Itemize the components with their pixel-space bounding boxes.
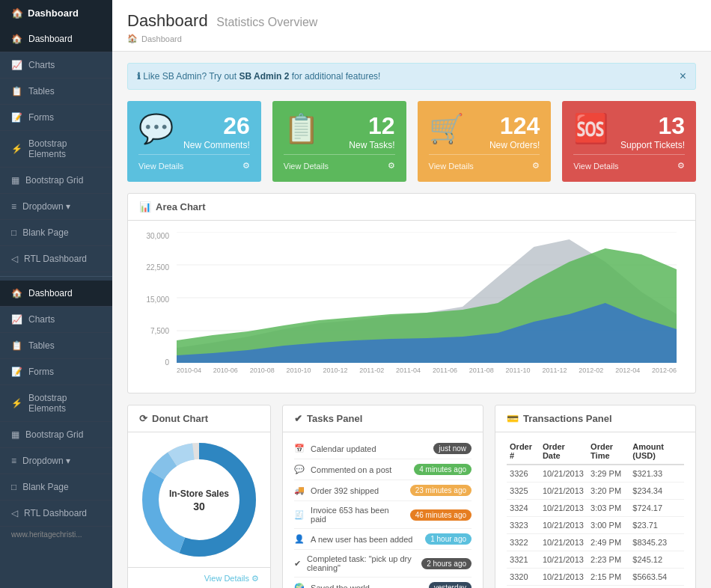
sidebar-item-dashboard[interactable]: 🏠 Dashboard [0, 26, 112, 52]
cell-amount: $724.17 [629, 500, 684, 517]
stat-cards: 💬 26 New Comments! View Details ⚙ 📋 12 [127, 101, 696, 182]
table-row: 3320 10/21/2013 2:15 PM $5663.54 [507, 569, 684, 586]
brand-label: Dashboard [28, 7, 79, 19]
breadcrumb-label: Dashboard [141, 34, 182, 43]
task-item: 💬 Commented on a post 4 minutes ago [294, 459, 472, 480]
transactions-icon: 💳 [507, 413, 519, 424]
sidebar-divider [0, 276, 112, 277]
sidebar-label: Forms [28, 112, 54, 123]
sidebar-item-dropdown2[interactable]: ≡ Dropdown ▾ [0, 448, 112, 474]
sidebar-item-rtl2[interactable]: ◁ RTL Dashboard [0, 500, 112, 527]
stat-card-tasks: 📋 12 New Tasks! View Details ⚙ [272, 101, 406, 182]
cell-order: 3321 [507, 551, 540, 569]
task-text: Completed task: "pick up dry cleaning" [307, 554, 415, 572]
sidebar-item-bootstrap-grid[interactable]: ▦ Bootstrap Grid [0, 168, 112, 194]
task-badge: 23 minutes ago [410, 485, 472, 496]
area-chart-body: 30,000 22,500 15,000 7,500 0 [128, 221, 695, 393]
sidebar-item-charts[interactable]: 📈 Charts [0, 52, 112, 79]
alert-link[interactable]: SB Admin 2 [239, 71, 289, 82]
blank-icon2: □ [11, 482, 16, 492]
donut-view-details-label: View Details [204, 574, 249, 583]
cell-time: 3:20 PM [588, 483, 629, 500]
sidebar-label2: Dashboard [28, 288, 73, 298]
support-number: 13 [620, 112, 685, 140]
invoice-icon: 🧾 [294, 510, 305, 520]
table-row: 3326 10/21/2013 3:29 PM $321.33 [507, 465, 684, 483]
forms-icon: 📝 [11, 112, 22, 123]
sidebar-item-tables2[interactable]: 📋 Tables [0, 333, 112, 359]
sidebar-label: Bootstrap Elements [28, 138, 101, 159]
breadcrumb-home-icon: 🏠 [127, 34, 138, 43]
comments-view-details[interactable]: View Details [138, 162, 183, 171]
table-row: 3319 10/21/2013 2:13 PM $943.45 [507, 586, 684, 589]
col-date: Order Date [540, 438, 588, 465]
sidebar-item-dropdown[interactable]: ≡ Dropdown ▾ [0, 194, 112, 220]
sidebar-item-bootstrap-elements[interactable]: ⚡ Bootstrap Elements [0, 131, 112, 168]
sidebar-item-bootstrap-elements2[interactable]: ⚡ Bootstrap Elements [0, 385, 112, 422]
task-item: 🧾 Invoice 653 has been paid 46 minutes a… [294, 501, 472, 529]
alert-close-button[interactable]: × [680, 70, 686, 83]
rtl-icon2: ◁ [11, 508, 18, 518]
area-chart-container: 30,000 22,500 15,000 7,500 0 [139, 232, 684, 382]
sidebar-item-tables[interactable]: 📋 Tables [0, 79, 112, 105]
page-title: Dashboard [127, 11, 208, 30]
chart-svg-area [177, 232, 677, 363]
tasks-label: New Tasks! [349, 140, 394, 150]
table-row: 3321 10/21/2013 2:23 PM $245.12 [507, 551, 684, 569]
cell-date: 10/21/2013 [540, 534, 588, 551]
sidebar-label2: Forms [28, 367, 54, 377]
donut-view-details-link[interactable]: View Details ⚙ [204, 574, 259, 584]
chart-icon2: 📈 [11, 314, 22, 325]
tasks-view-details[interactable]: View Details [284, 162, 329, 171]
sidebar-item-rtl[interactable]: ◁ RTL Dashboard [0, 246, 112, 272]
gear-icon-tasks: ⚙ [388, 161, 395, 171]
sidebar-label: Dropdown ▾ [22, 201, 70, 212]
task-text: Saved the world [311, 584, 423, 589]
comment-icon: 💬 [138, 112, 174, 145]
task-text: Commented on a post [311, 465, 408, 474]
orders-view-details[interactable]: View Details [429, 162, 474, 171]
svg-point-13 [160, 461, 238, 539]
forms-icon2: 📝 [11, 367, 22, 377]
support-view-details[interactable]: View Details [573, 162, 618, 171]
donut-heading: ⟳ Donut Chart [128, 405, 270, 432]
cell-date: 10/21/2013 [540, 483, 588, 500]
col-order: Order # [507, 438, 540, 465]
cell-date: 10/21/2013 [540, 465, 588, 483]
sidebar-item-blank[interactable]: □ Blank Page [0, 220, 112, 246]
dropdown-icon2: ≡ [11, 456, 16, 466]
elements-icon2: ⚡ [11, 398, 22, 408]
cell-date: 10/21/2013 [540, 517, 588, 534]
sidebar-item-blank2[interactable]: □ Blank Page [0, 474, 112, 500]
sidebar-label2: Tables [28, 340, 55, 351]
alert-banner: ℹ Like SB Admin? Try out SB Admin 2 for … [127, 63, 696, 90]
sidebar-item-bootstrap-grid2[interactable]: ▦ Bootstrap Grid [0, 422, 112, 448]
blank-icon: □ [11, 227, 16, 238]
task-text: A new user has been added [311, 535, 419, 544]
chart-icon: 📈 [11, 60, 22, 70]
cell-order: 3319 [507, 586, 540, 589]
transactions-title: Transactions Panel [523, 413, 612, 424]
sidebar-item-forms2[interactable]: 📝 Forms [0, 359, 112, 385]
orders-icon: 🛒 [429, 112, 464, 145]
sidebar-label: Bootstrap Grid [25, 175, 83, 186]
user-icon: 👤 [294, 534, 305, 544]
sidebar-item-dashboard2[interactable]: 🏠 Dashboard [0, 281, 112, 307]
area-chart-svg [177, 232, 677, 363]
page-header: Dashboard Statistics Overview 🏠 Dashboar… [112, 0, 711, 52]
donut-footer[interactable]: View Details ⚙ [128, 567, 270, 588]
cell-amount: $245.12 [629, 551, 684, 569]
sidebar-label: Charts [28, 60, 55, 70]
grid-icon2: ▦ [11, 429, 19, 440]
sidebar-item-charts2[interactable]: 📈 Charts [0, 307, 112, 333]
orders-number: 124 [489, 112, 540, 140]
sidebar-label: Tables [28, 86, 55, 97]
tasks-list: 📅 Calendar updated just now 💬 Commented … [283, 432, 483, 588]
sidebar-brand: 🏠 Dashboard [0, 0, 112, 26]
sidebar-item-forms[interactable]: 📝 Forms [0, 105, 112, 131]
ship-icon: 🚚 [294, 486, 305, 495]
content-area: ℹ Like SB Admin? Try out SB Admin 2 for … [112, 52, 711, 588]
tasks-heading: ✔ Tasks Panel [283, 405, 483, 432]
sidebar: 🏠 Dashboard 🏠 Dashboard 📈 Charts 📋 Table… [0, 0, 112, 588]
gear-icon-support: ⚙ [677, 161, 685, 171]
